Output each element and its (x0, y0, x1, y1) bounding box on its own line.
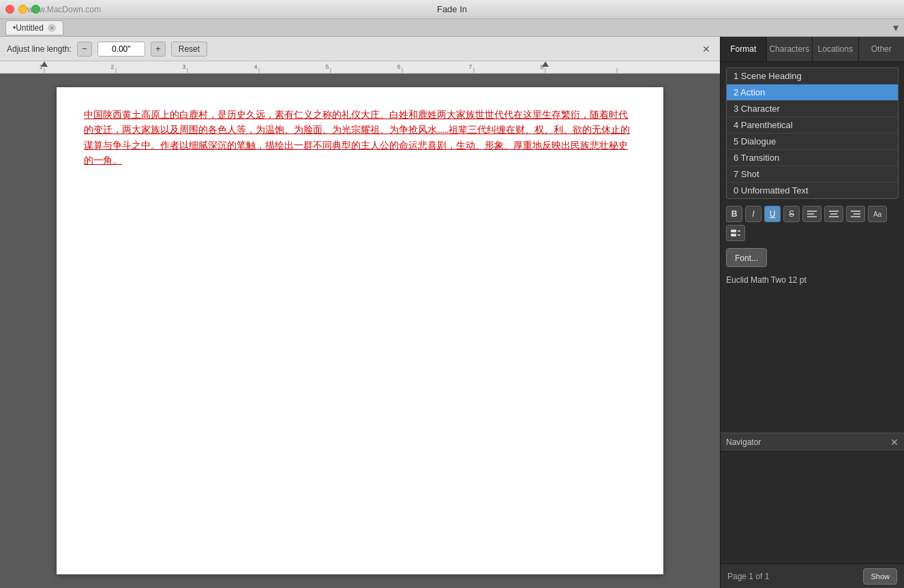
case-button[interactable]: Aa (868, 206, 887, 222)
right-panel: Format Characters Locations Other 1 Scen… (720, 37, 904, 588)
svg-text:6: 6 (397, 63, 400, 70)
page-info: Page 1 of 1 (727, 572, 769, 581)
format-item-unformatted[interactable]: 0 Unformatted Text (727, 183, 898, 198)
svg-rect-30 (731, 234, 736, 236)
tab-dropdown[interactable]: ▾ (893, 21, 899, 34)
font-name: Euclid Math Two 12 pt (726, 275, 899, 285)
tab-bar: •Untitled × ▾ (0, 19, 904, 37)
svg-rect-29 (731, 230, 736, 232)
editor-area: Adjust line length: − + Reset ✕ (0, 37, 720, 588)
underline-button[interactable]: U (764, 206, 781, 222)
format-item-shot[interactable]: 7 Shot (727, 166, 898, 183)
format-buttons: B I U S Aa (726, 206, 899, 241)
strikethrough-button[interactable]: S (783, 206, 800, 222)
window-title: Fade In (437, 4, 467, 14)
format-item-transition[interactable]: 6 Transition (727, 150, 898, 166)
format-item-scene-heading[interactable]: 1 Scene Heading (727, 68, 898, 84)
navigator-panel: Page 1 of 1 Show (721, 452, 904, 588)
bold-button[interactable]: B (726, 206, 742, 222)
tab-other[interactable]: Other (859, 37, 905, 61)
tab-characters[interactable]: Characters (767, 37, 813, 61)
more-button[interactable] (726, 225, 745, 241)
format-item-dialogue[interactable]: 5 Dialogue (727, 134, 898, 150)
svg-text:3: 3 (182, 63, 185, 70)
line-length-decrease-button[interactable]: − (77, 42, 92, 57)
format-panel: 1 Scene Heading 2 Action 3 Character 4 P… (721, 62, 904, 433)
script-content[interactable]: 中国陕西黄土高原上的白鹿村，是历史久远，素有仁义之称的礼仪大庄。白姓和鹿姓两大家… (84, 108, 636, 169)
svg-text:4: 4 (254, 63, 257, 70)
svg-rect-0 (0, 61, 720, 74)
navigator-footer: Page 1 of 1 Show (721, 563, 904, 588)
show-button[interactable]: Show (863, 568, 897, 585)
tab-label: •Untitled (13, 23, 44, 33)
document-tab[interactable]: •Untitled × (5, 20, 63, 35)
navigator-header: Navigator ✕ (721, 433, 904, 452)
watermark: www.MacDown.com (27, 5, 101, 14)
main-layout: Adjust line length: − + Reset ✕ (0, 37, 904, 588)
toolbar-close-button[interactable]: ✕ (699, 42, 713, 56)
align-right-button[interactable] (846, 206, 865, 222)
right-panel-tabs: Format Characters Locations Other (721, 37, 904, 62)
navigator-close-button[interactable]: ✕ (890, 437, 899, 448)
align-center-button[interactable] (824, 206, 843, 222)
format-item-character[interactable]: 3 Character (727, 101, 898, 117)
navigator-title: Navigator (726, 437, 761, 447)
format-list: 1 Scene Heading 2 Action 3 Character 4 P… (726, 67, 899, 199)
close-button[interactable] (5, 5, 14, 14)
tab-format[interactable]: Format (721, 37, 767, 61)
italic-button[interactable]: I (745, 206, 762, 222)
svg-text:7: 7 (468, 63, 472, 70)
align-left-button[interactable] (802, 206, 822, 222)
toolbar-label: Adjust line length: (7, 44, 72, 54)
title-bar: www.MacDown.com Fade In (0, 0, 904, 19)
toolbar: Adjust line length: − + Reset ✕ (0, 37, 720, 61)
line-length-increase-button[interactable]: + (151, 42, 166, 57)
svg-text:2: 2 (110, 63, 114, 70)
reset-button[interactable]: Reset (171, 42, 207, 57)
tab-locations[interactable]: Locations (813, 37, 859, 61)
format-item-parenthetical[interactable]: 4 Parenthetical (727, 117, 898, 134)
format-item-action[interactable]: 2 Action (727, 84, 898, 101)
navigator-content (721, 452, 904, 563)
font-button[interactable]: Font... (726, 248, 767, 267)
minimize-button[interactable] (18, 5, 27, 14)
line-length-input[interactable] (97, 42, 145, 57)
page-container[interactable]: 中国陕西黄土高原上的白鹿村，是历史久远，素有仁义之称的礼仪大庄。白姓和鹿姓两大家… (0, 74, 720, 588)
ruler: 1 2 3 4 5 6 7 8 (0, 61, 720, 74)
script-page: 中国陕西黄土高原上的白鹿村，是历史久远，素有仁义之称的礼仪大庄。白姓和鹿姓两大家… (57, 87, 663, 574)
tab-close-button[interactable]: × (48, 24, 56, 32)
svg-text:5: 5 (325, 63, 329, 70)
